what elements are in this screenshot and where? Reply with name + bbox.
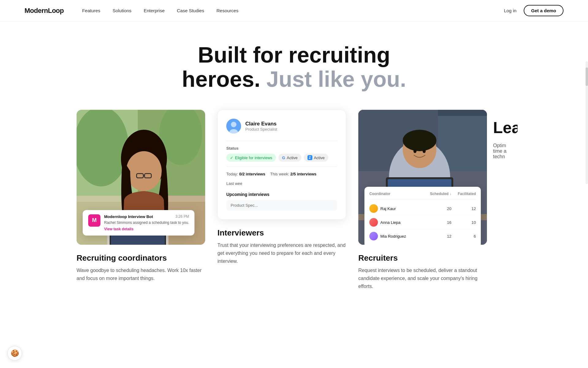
cards-section: M Modernloop Interview Bot 3:26 PM Rache… bbox=[0, 110, 588, 290]
svg-point-7 bbox=[126, 151, 162, 191]
scrollbar-thumb[interactable] bbox=[586, 67, 588, 86]
col-coordinator: Coordinator bbox=[369, 192, 427, 196]
stat-week-value: 2/5 interviews bbox=[290, 172, 316, 176]
partial-title: Lea bbox=[493, 110, 518, 137]
coordinator-image-wrapper: M Modernloop Interview Bot 3:26 PM Rache… bbox=[77, 110, 205, 245]
recruiter-card-title: Recruiters bbox=[358, 253, 487, 263]
card-coordinator: M Modernloop Interview Bot 3:26 PM Rache… bbox=[70, 110, 211, 282]
coord-name-anna: Anna Liepa bbox=[380, 220, 401, 225]
stat-week-prefix: This week: bbox=[270, 172, 289, 176]
upcoming-item: Product Spec... bbox=[226, 200, 337, 211]
table-row: Raj Kaur 20 12 bbox=[369, 202, 476, 216]
avatar bbox=[226, 119, 241, 133]
cell-raj-scheduled: 20 bbox=[427, 206, 451, 211]
notification-text: Rachel Simmons assigned a scheduling tas… bbox=[104, 220, 189, 225]
table-header: Coordinator Scheduled ↓ Facilitated bbox=[369, 192, 476, 199]
card-partial: Lea Optimtime atechn bbox=[493, 110, 518, 159]
cell-mia-scheduled: 12 bbox=[427, 234, 451, 239]
logo[interactable]: ModernLoop bbox=[24, 7, 64, 15]
coordinator-name-cell: Raj Kaur bbox=[369, 204, 427, 213]
notification-header: Modernloop Interview Bot 3:26 PM bbox=[104, 214, 189, 219]
recruiter-card-desc: Request interviews to be scheduled, deli… bbox=[358, 266, 487, 290]
card-recruiter: Coordinator Scheduled ↓ Facilitated Raj … bbox=[352, 110, 493, 290]
cell-anna-scheduled: 16 bbox=[427, 220, 451, 225]
notification-time: 3:26 PM bbox=[175, 214, 189, 219]
nav-item-enterprise[interactable]: Enterprise bbox=[144, 8, 164, 13]
interviewer-card-desc: Trust that your interviewing preferences… bbox=[217, 241, 346, 265]
coordinator-card-desc: Wave goodbye to scheduling headaches. Wo… bbox=[77, 266, 205, 282]
stats-row: Today: 0/2 interviews This week: 2/5 int… bbox=[226, 172, 337, 186]
notification-title: Modernloop Interview Bot bbox=[104, 214, 153, 219]
coord-name-mia: Mia Rodriguez bbox=[380, 234, 406, 239]
coordinator-table: Coordinator Scheduled ↓ Facilitated Raj … bbox=[364, 187, 481, 245]
coordinator-name-cell-mia: Mia Rodriguez bbox=[369, 232, 427, 240]
notification-bubble: M Modernloop Interview Bot 3:26 PM Rache… bbox=[83, 210, 194, 236]
stat-lastweek-prefix: Last wee bbox=[226, 181, 242, 186]
interviewer-card-title: Interviewers bbox=[217, 228, 346, 238]
table-row: Anna Liepa 16 10 bbox=[369, 216, 476, 229]
stat-today-value: 0/2 interviews bbox=[239, 172, 265, 176]
badge-google-label: Active bbox=[287, 155, 297, 160]
badge-eligible: ✓ Eligible for interviews bbox=[226, 154, 276, 162]
coord-avatar-raj bbox=[369, 204, 378, 213]
table-row: Mia Rodriguez 12 6 bbox=[369, 229, 476, 243]
profile-info: Claire Evans Product Specialist bbox=[245, 121, 277, 132]
demo-button[interactable]: Get a demo bbox=[524, 5, 564, 16]
login-button[interactable]: Log in bbox=[504, 8, 516, 13]
col-facilitated: Facilitated bbox=[451, 192, 476, 196]
notification-link[interactable]: View task details bbox=[104, 227, 189, 231]
stat-today-prefix: Today: bbox=[226, 172, 238, 176]
coordinator-name-cell-anna: Anna Liepa bbox=[369, 218, 427, 227]
card-interviewer: Claire Evans Product Specialist Status ✓… bbox=[211, 110, 352, 265]
hero-heading: Built for recruiting heroes. Just like y… bbox=[24, 43, 564, 91]
google-icon: G bbox=[282, 155, 285, 160]
svg-point-15 bbox=[231, 122, 236, 127]
cell-anna-facilitated: 10 bbox=[451, 220, 476, 225]
col-scheduled: Scheduled ↓ bbox=[427, 192, 451, 196]
nav-links: Features Solutions Enterprise Case Studi… bbox=[82, 8, 238, 13]
partial-desc: Optimtime atechn bbox=[493, 143, 518, 159]
hero-line2-accent: Just like you. bbox=[260, 67, 406, 91]
nav-actions: Log in Get a demo bbox=[504, 5, 564, 16]
cookie-icon: 🍪 bbox=[11, 349, 19, 357]
profile-header: Claire Evans Product Specialist bbox=[226, 119, 337, 133]
coord-avatar-mia bbox=[369, 232, 378, 240]
svg-point-25 bbox=[403, 130, 436, 151]
divider-2 bbox=[226, 167, 337, 167]
coord-avatar-anna bbox=[369, 218, 378, 227]
hero-line2-bold: heroes. bbox=[182, 67, 260, 91]
svg-point-34 bbox=[423, 149, 426, 153]
status-label: Status bbox=[226, 146, 337, 151]
status-badges: ✓ Eligible for interviews G Active Z Act… bbox=[226, 154, 337, 162]
cell-raj-facilitated: 12 bbox=[451, 206, 476, 211]
zoom-icon: Z bbox=[307, 155, 312, 160]
stat-lastweek: Last wee bbox=[226, 181, 242, 186]
interviewer-profile-card: Claire Evans Product Specialist Status ✓… bbox=[217, 110, 346, 220]
profile-role: Product Specialist bbox=[245, 127, 277, 132]
notification-body: Modernloop Interview Bot 3:26 PM Rachel … bbox=[104, 214, 189, 232]
navbar: ModernLoop Features Solutions Enterprise… bbox=[0, 0, 588, 21]
nav-item-solutions[interactable]: Solutions bbox=[112, 8, 131, 13]
badge-zoom-active: Z Active bbox=[304, 154, 328, 162]
nav-item-resources[interactable]: Resources bbox=[217, 8, 239, 13]
badge-google-active: G Active bbox=[278, 154, 301, 162]
badge-zoom-label: Active bbox=[314, 155, 325, 160]
divider bbox=[226, 141, 337, 141]
nav-item-features[interactable]: Features bbox=[82, 8, 100, 13]
check-icon: ✓ bbox=[230, 155, 233, 160]
stat-today: Today: 0/2 interviews bbox=[226, 172, 265, 176]
scrollbar-track[interactable] bbox=[586, 61, 588, 184]
hero-line1: Built for recruiting bbox=[198, 43, 390, 67]
nav-item-casestudies[interactable]: Case Studies bbox=[177, 8, 204, 13]
badge-eligible-label: Eligible for interviews bbox=[235, 155, 272, 160]
svg-point-33 bbox=[413, 149, 417, 153]
upcoming-label: Upcoming interviews bbox=[226, 192, 337, 197]
cell-mia-facilitated: 6 bbox=[451, 234, 476, 239]
notification-icon: M bbox=[88, 214, 100, 227]
recruiter-image: Coordinator Scheduled ↓ Facilitated Raj … bbox=[358, 110, 487, 245]
stat-week: This week: 2/5 interviews bbox=[270, 172, 316, 176]
coordinator-card-title: Recruiting coordinators bbox=[77, 253, 205, 263]
profile-name: Claire Evans bbox=[245, 121, 277, 127]
coord-name-raj: Raj Kaur bbox=[380, 206, 396, 211]
cookie-consent-button[interactable]: 🍪 bbox=[7, 346, 22, 361]
